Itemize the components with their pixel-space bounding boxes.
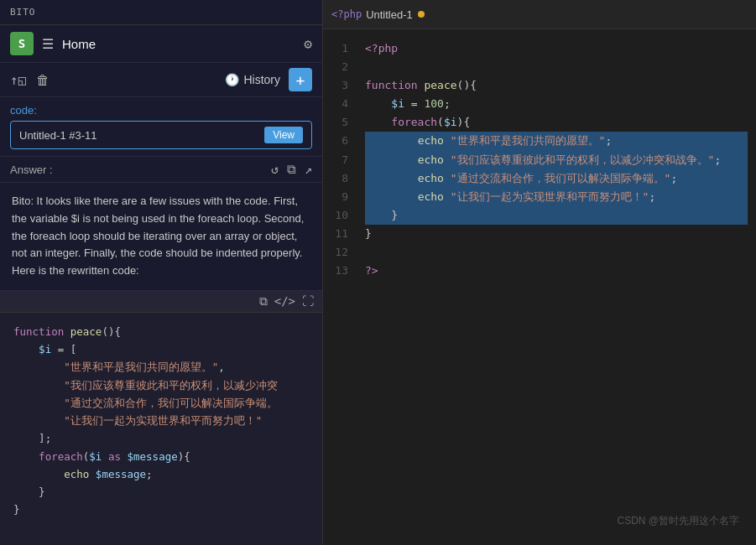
hamburger-icon[interactable]: ☰ bbox=[42, 36, 54, 52]
watermark: CSDN @暂时先用这个名字 bbox=[617, 514, 739, 528]
add-button[interactable]: + bbox=[289, 68, 312, 91]
file-row: Untitled-1 #3-11 View bbox=[10, 121, 312, 149]
trash-icon[interactable]: 🗑 bbox=[36, 72, 50, 88]
code-area[interactable]: <?php function peace(){ $i = 100; foreac… bbox=[357, 29, 756, 545]
tab-name[interactable]: Untitled-1 bbox=[366, 8, 413, 21]
header-row: S ☰ Home ⚙ bbox=[0, 25, 322, 63]
copy-icon[interactable]: ⧉ bbox=[287, 162, 296, 177]
answer-icons: ↺ ⧉ ↗ bbox=[271, 162, 312, 177]
modified-dot bbox=[418, 11, 425, 18]
code-format-icon[interactable]: </> bbox=[274, 294, 295, 308]
editor-tab-bar: <?php Untitled-1 bbox=[323, 0, 756, 29]
code-block-container: ⧉ </> ⛶ function peace(){ $i = [ "世界和平是我… bbox=[0, 291, 322, 545]
right-panel: <?php Untitled-1 1 2 3 4 5 6 7 8 9 10 11… bbox=[323, 0, 756, 545]
view-button[interactable]: View bbox=[264, 127, 303, 143]
history-button[interactable]: 🕐 History bbox=[225, 73, 280, 86]
editor-content: 1 2 3 4 5 6 7 8 9 10 11 12 13 <?php func… bbox=[323, 29, 756, 545]
expand-icon[interactable]: ⛶ bbox=[302, 294, 314, 308]
share-icon[interactable]: ↑◱ bbox=[10, 72, 26, 88]
code-section: code: Untitled-1 #3-11 View bbox=[0, 97, 322, 157]
clock-icon: 🕐 bbox=[225, 73, 239, 86]
share-answer-icon[interactable]: ↗ bbox=[305, 162, 312, 177]
app-name: BITO bbox=[10, 7, 36, 18]
answer-row: Answer : ↺ ⧉ ↗ bbox=[0, 157, 322, 183]
answer-label: Answer : bbox=[10, 164, 271, 176]
code-block: function peace(){ $i = [ "世界和平是我们共同的愿望。"… bbox=[0, 313, 322, 545]
history-label: History bbox=[243, 73, 280, 86]
gear-icon[interactable]: ⚙ bbox=[304, 36, 312, 52]
php-icon: <?php bbox=[331, 8, 362, 20]
left-panel: BITO S ☰ Home ⚙ ↑◱ 🗑 🕐 History + code: U… bbox=[0, 0, 323, 545]
refresh-icon[interactable]: ↺ bbox=[271, 162, 279, 177]
top-bar: BITO bbox=[0, 0, 322, 25]
line-numbers: 1 2 3 4 5 6 7 8 9 10 11 12 13 bbox=[323, 29, 357, 545]
answer-text: Bito: It looks like there are a few issu… bbox=[0, 183, 322, 291]
code-block-toolbar: ⧉ </> ⛶ bbox=[0, 291, 322, 313]
file-name: Untitled-1 #3-11 bbox=[19, 129, 97, 142]
copy-code-icon[interactable]: ⧉ bbox=[259, 294, 268, 309]
toolbar-row: ↑◱ 🗑 🕐 History + bbox=[0, 63, 322, 97]
code-label: code: bbox=[10, 104, 312, 117]
home-title: Home bbox=[62, 37, 304, 51]
avatar: S bbox=[10, 32, 34, 55]
